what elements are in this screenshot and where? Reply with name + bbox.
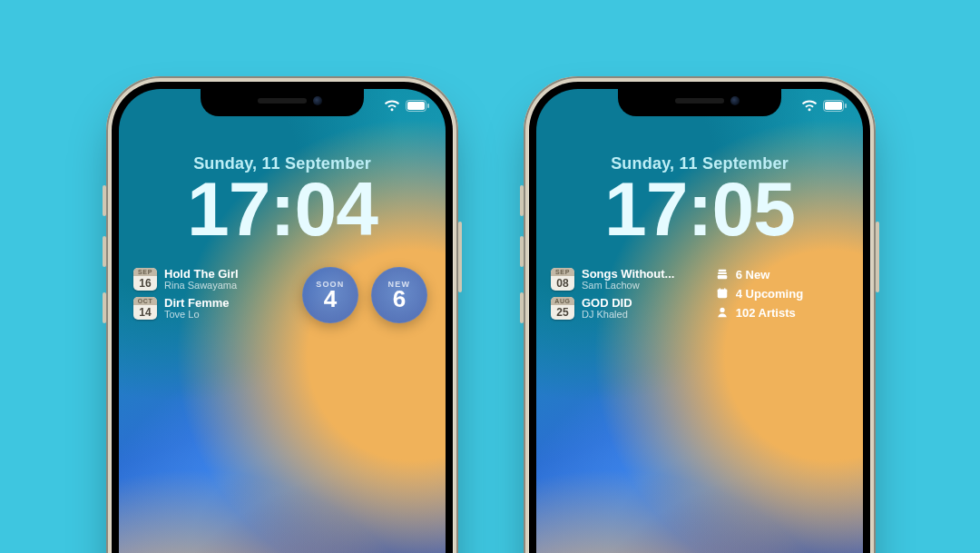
battery-icon (406, 100, 429, 112)
svg-rect-5 (845, 104, 847, 108)
date-badge-month: SEP (133, 268, 157, 276)
svg-point-13 (720, 308, 724, 312)
stat-text: 102 Artists (736, 306, 796, 320)
circle-label: NEW (388, 280, 411, 289)
album-artist: DJ Khaled (582, 309, 632, 320)
date-badge: SEP 16 (133, 268, 157, 291)
stat-new: 6 New (716, 268, 848, 281)
stat-upcoming: 4 Upcoming (716, 287, 848, 301)
date-badge-month: OCT (133, 297, 157, 305)
album-artist: Rina Sawayama (164, 280, 239, 291)
circle-label: SOON (316, 280, 344, 289)
stats-widget[interactable]: 6 New 4 Upcoming 102 Artists (716, 267, 848, 320)
album-item[interactable]: SEP 08 Songs Without... Sam Lachow (551, 267, 707, 291)
svg-rect-4 (825, 102, 842, 110)
wifi-icon (801, 100, 818, 112)
earpiece (675, 98, 724, 104)
album-item[interactable]: AUG 25 GOD DID DJ Khaled (551, 296, 707, 320)
phone-notch (201, 89, 364, 116)
album-item[interactable]: OCT 14 Dirt Femme Tove Lo (133, 296, 289, 320)
phone-notch (618, 89, 781, 116)
date-badge: OCT 14 (133, 297, 157, 320)
date-badge: SEP 08 (551, 268, 574, 291)
svg-rect-7 (718, 272, 727, 274)
lock-screen[interactable]: Sunday, 11 September 17:04 SEP 16 Hold T… (119, 89, 446, 553)
phone-mockup-left: Sunday, 11 September 17:04 SEP 16 Hold T… (106, 76, 458, 553)
battery-icon (823, 100, 847, 112)
svg-rect-12 (724, 288, 725, 291)
album-title: GOD DID (582, 296, 632, 310)
upcoming-albums-widget[interactable]: SEP 16 Hold The Girl Rina Sawayama OCT 1… (133, 267, 289, 323)
phone-mockup-right: Sunday, 11 September 17:05 SEP 08 Songs … (524, 76, 876, 553)
circle-value: 4 (324, 287, 337, 311)
album-item[interactable]: SEP 16 Hold The Girl Rina Sawayama (133, 267, 289, 291)
svg-rect-2 (427, 104, 429, 108)
svg-rect-1 (407, 102, 425, 110)
svg-rect-6 (718, 270, 726, 272)
date-badge: AUG 25 (551, 297, 574, 320)
new-count-widget[interactable]: NEW 6 (371, 267, 427, 323)
canvas: Sunday, 11 September 17:04 SEP 16 Hold T… (0, 0, 980, 553)
circle-value: 6 (393, 287, 406, 311)
album-title: Hold The Girl (164, 267, 239, 281)
front-camera (730, 96, 740, 105)
date-badge-month: AUG (551, 297, 574, 305)
date-badge-day: 16 (133, 276, 157, 291)
status-bar (384, 100, 429, 112)
date-badge-month: SEP (551, 268, 574, 276)
date-badge-day: 25 (551, 305, 574, 320)
date-badge-day: 14 (133, 305, 157, 320)
stat-text: 4 Upcoming (736, 287, 803, 301)
album-artist: Tove Lo (164, 309, 230, 320)
date-badge-day: 08 (551, 276, 574, 291)
person-icon (716, 306, 729, 319)
upcoming-albums-widget[interactable]: SEP 08 Songs Without... Sam Lachow AUG 2… (551, 267, 707, 320)
widget-row: SEP 16 Hold The Girl Rina Sawayama OCT 1… (133, 267, 431, 323)
lock-screen[interactable]: Sunday, 11 September 17:05 SEP 08 Songs … (536, 89, 863, 553)
album-title: Dirt Femme (164, 296, 230, 310)
widget-row: SEP 08 Songs Without... Sam Lachow AUG 2… (551, 267, 848, 320)
svg-rect-8 (717, 275, 727, 279)
album-artist: Sam Lachow (582, 280, 674, 291)
lock-screen-time: 17:05 (536, 171, 863, 247)
lock-screen-time: 17:04 (119, 171, 446, 247)
svg-rect-10 (717, 290, 727, 292)
stat-artists: 102 Artists (716, 306, 848, 320)
stack-icon (716, 268, 729, 281)
wifi-icon (384, 100, 400, 112)
svg-rect-11 (719, 288, 720, 291)
front-camera (313, 96, 322, 105)
stat-text: 6 New (736, 268, 770, 281)
album-title: Songs Without... (582, 267, 674, 281)
calendar-icon (716, 287, 729, 300)
status-bar (801, 100, 847, 112)
soon-count-widget[interactable]: SOON 4 (302, 267, 358, 323)
earpiece (258, 98, 307, 104)
